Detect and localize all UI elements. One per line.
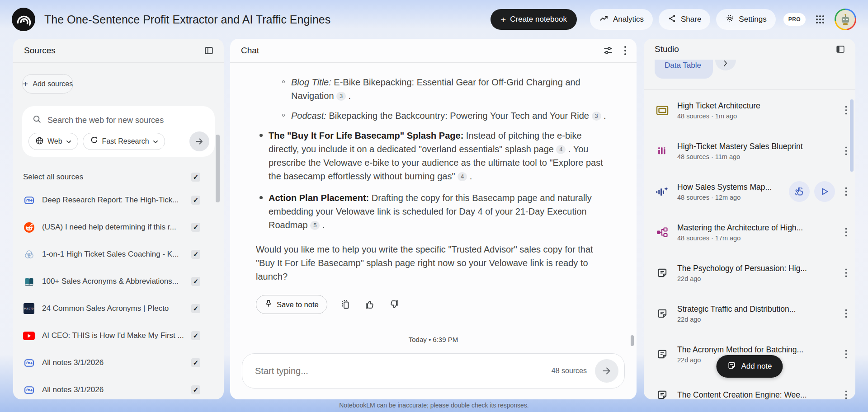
research-mode-dropdown[interactable]: Fast Research <box>83 133 165 150</box>
citation-chip[interactable]: 3 <box>336 92 346 101</box>
note-doc-icon <box>23 384 35 396</box>
settings-button[interactable]: Settings <box>716 9 775 30</box>
source-item[interactable]: (USA) I need help determining if this r.… <box>13 214 224 241</box>
expand-studio-panel-icon[interactable] <box>835 43 846 55</box>
apps-grid-icon[interactable] <box>815 14 825 24</box>
studio-item[interactable]: High-Ticket Mastery Sales Blueprint 48 s… <box>644 131 855 171</box>
source-checkbox[interactable]: ✓ <box>191 250 200 259</box>
thumbs-down-icon[interactable] <box>388 298 401 311</box>
source-label: AI CEO: THIS is How I'd Make My First ..… <box>42 331 184 340</box>
source-item[interactable]: 1-on-1 High Ticket Sales Coaching - K...… <box>13 241 224 268</box>
chat-bullet-list: Blog Title: E-Bike Bikepacking: Essentia… <box>256 75 609 232</box>
studio-item[interactable]: The Psychology of Persuasion: Hig... 22d… <box>644 253 855 293</box>
source-checkbox[interactable]: ✓ <box>191 223 200 232</box>
notebook-title[interactable]: The One-Sentence Profit Extractor and AI… <box>44 13 330 26</box>
studio-item-actions <box>789 181 835 202</box>
add-note-button[interactable]: Add note <box>716 355 783 378</box>
avatar[interactable] <box>835 9 856 30</box>
citation-chip[interactable]: 5 <box>310 221 320 230</box>
studio-item-kebab-icon[interactable] <box>844 145 848 156</box>
studio-item-kebab-icon[interactable] <box>844 227 848 238</box>
studio-item-title: High-Ticket Mastery Sales Blueprint <box>677 142 836 151</box>
interactive-mode-button[interactable] <box>789 181 810 202</box>
note-icon <box>656 308 669 319</box>
globe-icon <box>35 136 44 147</box>
data-table-chip[interactable]: Data Table <box>655 60 713 79</box>
source-label: 24 Common Sales Acronyms | Plecto <box>42 304 184 313</box>
studio-item-text[interactable]: High Ticket Architecture 48 sources · 1m… <box>677 101 836 120</box>
source-list: Deep Research Report: The High-Tick... ✓… <box>13 187 224 399</box>
share-button[interactable]: Share <box>659 9 710 30</box>
search-submit-button[interactable] <box>189 131 209 151</box>
source-checkbox[interactable]: ✓ <box>191 304 200 313</box>
citation-chip[interactable]: 4 <box>556 145 566 154</box>
note-icon <box>656 348 669 360</box>
chat-more-kebab-icon[interactable] <box>623 45 627 56</box>
studio-item-kebab-icon[interactable] <box>844 186 848 197</box>
studio-item-text[interactable]: High-Ticket Mastery Sales Blueprint 48 s… <box>677 142 836 160</box>
sources-scrollbar[interactable] <box>216 135 220 202</box>
source-item[interactable]: All notes 3/1/2026 ✓ <box>13 376 224 399</box>
studio-item[interactable]: How Sales Systems Map... 48 sources · 12… <box>644 171 855 212</box>
waveform-icon <box>656 186 669 197</box>
source-item[interactable]: Deep Research Report: The High-Tick... ✓ <box>13 187 224 214</box>
chat-input-box[interactable]: 48 sources <box>242 353 625 389</box>
chip-carousel-next-button[interactable] <box>715 60 736 70</box>
studio-item-text[interactable]: Strategic Traffic and Distribution... 22… <box>677 304 836 323</box>
studio-item[interactable]: Mastering the Architecture of High... 48… <box>644 212 855 253</box>
chat-text-input[interactable] <box>255 366 552 376</box>
chat-settings-tune-icon[interactable] <box>602 45 614 56</box>
studio-item-text[interactable]: The Psychology of Persuasion: Hig... 22d… <box>677 264 836 282</box>
studio-item[interactable]: Strategic Traffic and Distribution... 22… <box>644 293 855 334</box>
chevron-down-icon <box>66 137 71 145</box>
studio-item-text[interactable]: Mastering the Architecture of High... 48… <box>677 223 836 242</box>
source-checkbox[interactable]: ✓ <box>191 358 200 367</box>
search-input[interactable]: Search the web for new sources <box>47 116 164 125</box>
bullet-marker <box>259 196 263 199</box>
studio-scrollbar[interactable] <box>850 99 854 172</box>
studio-item-kebab-icon[interactable] <box>844 308 848 319</box>
bullet-marker <box>259 134 263 137</box>
studio-item[interactable]: The Content Creation Engine: Wee... <box>644 375 855 399</box>
chat-panel-title: Chat <box>241 46 259 56</box>
analytics-button[interactable]: Analytics <box>590 9 653 30</box>
web-source-dropdown[interactable]: Web <box>28 133 78 150</box>
source-item[interactable]: PLECTO 24 Common Sales Acronyms | Plecto… <box>13 295 224 322</box>
create-notebook-button[interactable]: + Create notebook <box>491 9 577 30</box>
add-sources-button[interactable]: + Add sources <box>22 74 73 94</box>
source-item[interactable]: All notes 3/1/2026 ✓ <box>13 349 224 376</box>
chat-scrollbar[interactable] <box>631 335 634 346</box>
save-to-note-button[interactable]: Save to note <box>256 295 327 314</box>
studio-item-meta: 22d ago <box>677 316 836 323</box>
citation-chip[interactable]: 4 <box>458 172 467 181</box>
studio-item-text[interactable]: How Sales Systems Map... 48 sources · 12… <box>677 183 781 201</box>
select-all-checkbox[interactable]: ✓ <box>191 173 200 182</box>
play-audio-button[interactable] <box>814 181 835 202</box>
copy-icon[interactable] <box>339 298 352 311</box>
collapse-sources-panel-icon[interactable] <box>203 45 215 56</box>
notebooklm-logo-icon[interactable] <box>12 8 35 31</box>
chat-message-area[interactable]: Blog Title: E-Bike Bikepacking: Essentia… <box>230 63 637 336</box>
studio-item-kebab-icon[interactable] <box>844 389 848 399</box>
studio-item[interactable]: High Ticket Architecture 48 sources · 1m… <box>644 90 855 131</box>
studio-item-kebab-icon[interactable] <box>844 267 848 278</box>
citation-chip[interactable]: 3 <box>592 112 601 121</box>
studio-item-meta: 48 sources · 11m ago <box>677 153 836 160</box>
source-checkbox[interactable]: ✓ <box>191 277 200 286</box>
thumbs-up-icon[interactable] <box>363 298 376 311</box>
send-message-button[interactable] <box>595 359 618 383</box>
source-checkbox[interactable]: ✓ <box>191 385 200 394</box>
source-checkbox[interactable]: ✓ <box>191 196 200 205</box>
studio-item-title: High Ticket Architecture <box>677 101 836 111</box>
bullet-lead: Blog Title: <box>291 77 331 87</box>
trending-up-icon <box>599 14 609 26</box>
search-options-row: Web Fast Research <box>28 131 209 151</box>
studio-item-kebab-icon[interactable] <box>844 105 848 116</box>
studio-item-kebab-icon[interactable] <box>844 349 848 360</box>
search-row[interactable]: Search the web for new sources <box>28 111 209 126</box>
source-item[interactable]: AI CEO: THIS is How I'd Make My First ..… <box>13 322 224 349</box>
studio-item-text[interactable]: The Content Creation Engine: Wee... <box>677 390 836 400</box>
select-all-row: Select all sources ✓ <box>13 169 224 186</box>
source-item[interactable]: 100+ Sales Acronyms & Abbreviations... ✓ <box>13 268 224 295</box>
source-checkbox[interactable]: ✓ <box>191 331 200 340</box>
